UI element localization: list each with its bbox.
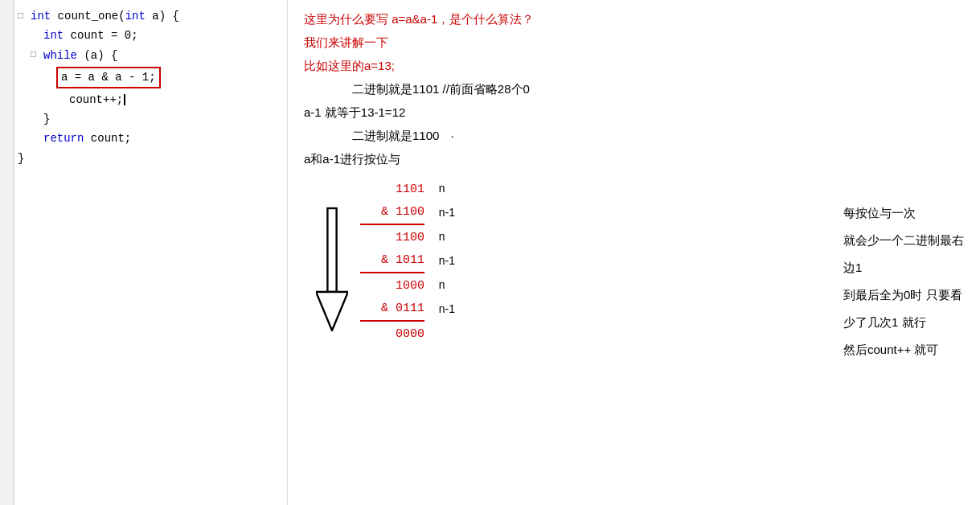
- code-line-4: a = a & a - 1;: [14, 65, 287, 89]
- exp-line-5: a-1 就等于13-1=12: [304, 101, 964, 123]
- exp-text-4: 二进制就是1101 //前面省略28个0: [352, 82, 530, 96]
- down-arrow-icon: [316, 197, 348, 342]
- op-label-4: n-1: [433, 251, 455, 271]
- exp-line-2: 我们来讲解一下: [304, 31, 964, 53]
- right-note-4: 到最后全为0时 只要看: [843, 283, 964, 307]
- code-line-8: }: [14, 149, 287, 168]
- code-text-6: }: [43, 110, 50, 128]
- collapse-icon-1[interactable]: □: [18, 9, 31, 24]
- op-label-1: n: [433, 179, 445, 199]
- kw-return: return: [43, 129, 84, 147]
- code-text-5: count++;: [69, 91, 123, 109]
- kw-int-3: int: [43, 27, 64, 44]
- code-text-2: count = 0;: [64, 27, 137, 44]
- code-text-4: a = a & a - 1;: [61, 71, 156, 84]
- right-notes: 每按位与一次 就会少一个二进制最右 边1 到最后全为0时 只要看 少了几次1 就…: [843, 201, 964, 365]
- code-line-1: □ int count_one( int a) {: [14, 6, 287, 26]
- kw-int-2: int: [125, 7, 146, 25]
- exp-text-2: 我们来讲解一下: [304, 35, 388, 49]
- code-panel: □ int count_one( int a) { int count = 0;…: [14, 0, 288, 505]
- code-text-8: }: [18, 150, 24, 167]
- right-note-6: 然后count++ 就可: [843, 338, 964, 362]
- dot-marker: ·: [451, 129, 454, 142]
- exp-line-4: 二进制就是1101 //前面省略28个0: [304, 78, 964, 100]
- op-label-6: n-1: [433, 299, 455, 319]
- code-line-6: }: [14, 109, 287, 129]
- op-num-4: & 1011: [360, 249, 424, 273]
- right-note-2: 就会少一个二进制最右: [843, 228, 964, 252]
- exp-line-1: 这里为什么要写 a=a&a-1，是个什么算法？: [304, 8, 964, 30]
- exp-line-3: 比如这里的a=13;: [304, 55, 964, 76]
- exp-text-1: 这里为什么要写 a=a&a-1，是个什么算法？: [304, 12, 534, 26]
- collapse-icon-3[interactable]: □: [31, 47, 43, 63]
- right-note-3: 边1: [843, 256, 964, 280]
- kw-int-1: int: [31, 7, 51, 25]
- exp-text-6: 二进制就是1100: [352, 129, 439, 142]
- highlighted-expression: a = a & a - 1;: [56, 67, 161, 88]
- code-line-7: return count;: [14, 129, 287, 148]
- op-num-6: & 0111: [360, 298, 424, 322]
- code-text-3: (a) {: [77, 47, 117, 64]
- op-label-2: n-1: [433, 203, 455, 223]
- arrow-column: [304, 192, 360, 347]
- code-text-1: count_one(: [51, 7, 125, 25]
- code-line-5: count++;: [14, 90, 287, 109]
- explanation-panel: 这里为什么要写 a=a&a-1，是个什么算法？ 我们来讲解一下 比如这里的a=1…: [288, 0, 980, 505]
- op-num-1: 1101: [360, 179, 424, 200]
- cursor: [124, 94, 125, 105]
- op-num-7: 0000: [360, 323, 424, 345]
- exp-text-3: 比如这里的a=13;: [304, 59, 395, 72]
- exp-text-5: a-1 就等于13-1=12: [304, 105, 405, 119]
- svg-marker-1: [316, 292, 348, 331]
- gutter: [0, 0, 14, 505]
- code-line-2: int count = 0;: [14, 26, 287, 45]
- exp-line-6: 二进制就是1100 ·: [304, 125, 964, 146]
- op-num-2: & 1100: [360, 201, 424, 225]
- right-note-5: 少了几次1 就行: [843, 310, 964, 335]
- svg-rect-0: [327, 208, 336, 292]
- op-label-3: n: [433, 227, 445, 247]
- exp-text-7: a和a-1进行按位与: [304, 152, 400, 166]
- op-label-5: n: [433, 275, 445, 295]
- op-num-3: 1100: [360, 227, 424, 248]
- op-num-5: 1000: [360, 275, 424, 297]
- code-text-1b: a) {: [146, 7, 179, 25]
- exp-line-7: a和a-1进行按位与: [304, 148, 964, 170]
- right-note-1: 每按位与一次: [843, 201, 964, 225]
- code-text-7: count;: [84, 129, 131, 147]
- kw-while: while: [43, 47, 77, 64]
- code-line-3: □ while (a) {: [14, 46, 287, 65]
- op-row-1: 1101 n: [360, 178, 964, 200]
